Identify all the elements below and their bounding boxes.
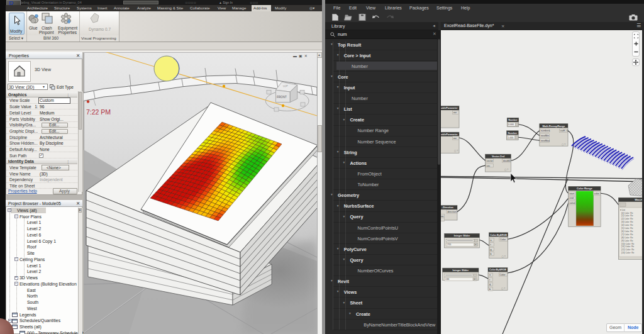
svg-text:[8] Color: Re: [8] Color: Re (621, 237, 633, 239)
svg-text:oubleParameter: oubleParameter (441, 107, 458, 109)
svg-text:Color Range: Color Range (577, 187, 593, 190)
svg-text:▢ ?: ▢ ? (562, 143, 565, 146)
svg-text:varE..O: varE..O (560, 130, 569, 132)
svg-text:[2] Color: Re: [2] Color: Re (621, 218, 633, 220)
svg-text:numbers: numbers (541, 130, 550, 132)
svg-text:[13] Color: Re: [13] Color: Re (621, 252, 635, 254)
svg-text:7:22 PM: 7:22 PM (86, 108, 111, 116)
svg-text:vec: vec (487, 165, 491, 167)
svg-text:b: b (490, 253, 491, 255)
svg-text:newMax: newMax (541, 140, 550, 142)
svg-text:[7] Color: Re: [7] Color: Re (621, 233, 633, 236)
svg-text:color: color (594, 192, 600, 195)
svg-text:▢ ?: ▢ ? (454, 150, 458, 152)
svg-text:0.000: 0.000 (508, 123, 514, 126)
svg-text:255: 255 (447, 243, 451, 246)
svg-text:[5] Color: Re: [5] Color: Re (621, 227, 633, 230)
svg-text:Color.ByARGB: Color.ByARGB (489, 269, 506, 271)
svg-text:..Direction: ..Direction (441, 206, 453, 209)
svg-text:start: start (570, 192, 575, 195)
svg-text:[3] Color: Re: [3] Color: Re (621, 221, 633, 223)
svg-text:Number: Number (508, 118, 518, 121)
svg-text:[0] Color: Re: [0] Color: Re (621, 212, 633, 214)
svg-text:[9] Color: Re: [9] Color: Re (621, 240, 633, 242)
svg-text:Vector.Zed: Vector.Zed (492, 155, 505, 158)
svg-text:Math.RemapRange: Math.RemapRange (542, 125, 565, 128)
svg-text:Integer Slider: Integer Slider (453, 269, 469, 272)
svg-text:Watch: Watch (635, 198, 642, 201)
svg-text:246: 246 (445, 278, 449, 281)
svg-text:▾: ▾ (475, 243, 476, 246)
svg-text:▢ ?: ▢ ? (502, 255, 506, 258)
svg-text:var: var (453, 137, 457, 140)
svg-text:b: b (489, 288, 491, 291)
svg-text:value: value (570, 202, 575, 204)
svg-text:var: var (453, 111, 457, 114)
svg-text:[10] Color: Re: [10] Color: Re (621, 243, 635, 245)
svg-text:Number: Number (508, 131, 518, 135)
svg-text:Color: Color (500, 274, 506, 276)
svg-text:Integer Slider: Integer Slider (454, 234, 470, 237)
svg-text:end: end (570, 197, 574, 199)
svg-text:newMin: newMin (541, 135, 549, 137)
svg-text:g: g (489, 283, 491, 286)
svg-text:vector: vector (487, 160, 494, 162)
svg-text:doubl0: doubl0 (503, 160, 510, 162)
svg-text:▢ ?: ▢ ? (501, 287, 505, 290)
svg-text:1.000: 1.000 (508, 136, 513, 139)
svg-text:▾ List: ▾ List (620, 209, 625, 211)
svg-text:FRONT: FRONT (277, 96, 287, 99)
svg-text:[4] Color: Re: [4] Color: Re (621, 224, 633, 226)
svg-text:▢ ?: ▢ ? (504, 169, 508, 171)
svg-text:g: g (490, 248, 491, 251)
svg-text:[12] Color: Re: [12] Color: Re (621, 248, 635, 251)
svg-text:[6] Color: Re: [6] Color: Re (621, 230, 633, 233)
svg-text:Color.ByARGB: Color.ByARGB (490, 234, 507, 237)
svg-text:Color: Color (500, 238, 506, 241)
svg-text:oubleParameter: oubleParameter (441, 133, 458, 136)
svg-text:view: view (441, 215, 444, 218)
svg-text:[1] Color: Re: [1] Color: Re (621, 214, 633, 217)
svg-text:▾: ▾ (474, 278, 475, 281)
svg-text:direction: direction (447, 211, 456, 213)
svg-text:[11] Color: Re: [11] Color: Re (621, 245, 634, 248)
